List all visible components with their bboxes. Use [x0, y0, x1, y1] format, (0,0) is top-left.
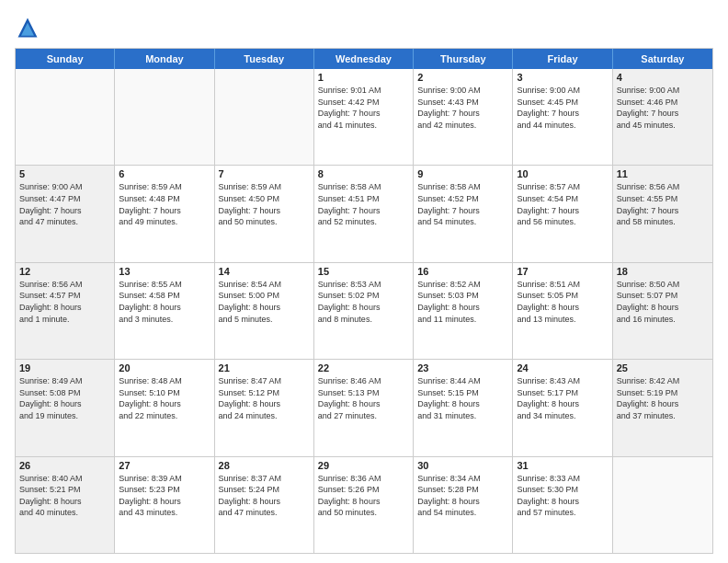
day-number: 11 [617, 168, 709, 179]
day-cell-22: 22Sunrise: 8:46 AMSunset: 5:13 PMDayligh… [314, 360, 414, 455]
day-number: 29 [318, 460, 409, 471]
day-cell-5: 5Sunrise: 9:00 AMSunset: 4:47 PMDaylight… [16, 166, 115, 261]
day-cell-28: 28Sunrise: 8:37 AMSunset: 5:24 PMDayligh… [215, 457, 314, 553]
day-cell-2: 2Sunrise: 9:00 AMSunset: 4:43 PMDaylight… [414, 69, 513, 165]
day-info: Sunrise: 8:58 AMSunset: 4:52 PMDaylight:… [417, 181, 508, 227]
day-cell-24: 24Sunrise: 8:43 AMSunset: 5:17 PMDayligh… [513, 360, 612, 455]
day-info: Sunrise: 8:44 AMSunset: 5:15 PMDaylight:… [417, 375, 508, 421]
day-number: 5 [19, 168, 110, 179]
day-cell-31: 31Sunrise: 8:33 AMSunset: 5:30 PMDayligh… [513, 457, 612, 553]
day-info: Sunrise: 8:40 AMSunset: 5:21 PMDaylight:… [19, 473, 110, 519]
day-info: Sunrise: 8:52 AMSunset: 5:03 PMDaylight:… [417, 279, 508, 325]
day-info: Sunrise: 9:01 AMSunset: 4:42 PMDaylight:… [318, 85, 409, 131]
day-cell-9: 9Sunrise: 8:58 AMSunset: 4:52 PMDaylight… [414, 166, 513, 261]
weekday-header-tuesday: Tuesday [215, 49, 314, 69]
weekday-header-sunday: Sunday [16, 49, 115, 69]
cal-week-row: 19Sunrise: 8:49 AMSunset: 5:08 PMDayligh… [16, 360, 712, 456]
day-info: Sunrise: 9:00 AMSunset: 4:43 PMDaylight:… [417, 85, 508, 131]
day-cell-7: 7Sunrise: 8:59 AMSunset: 4:50 PMDaylight… [215, 166, 314, 261]
day-number: 17 [517, 266, 608, 277]
header [15, 15, 713, 40]
weekday-header-saturday: Saturday [613, 49, 712, 69]
day-number: 10 [517, 168, 608, 179]
day-info: Sunrise: 8:55 AMSunset: 4:58 PMDaylight:… [119, 279, 210, 325]
day-number: 25 [617, 362, 709, 373]
day-number: 9 [417, 168, 508, 179]
day-number: 2 [417, 72, 508, 83]
empty-cell [115, 69, 214, 165]
day-number: 7 [219, 168, 310, 179]
day-number: 12 [19, 266, 110, 277]
day-info: Sunrise: 8:49 AMSunset: 5:08 PMDaylight:… [19, 375, 110, 421]
day-number: 18 [617, 266, 709, 277]
day-info: Sunrise: 8:47 AMSunset: 5:12 PMDaylight:… [219, 375, 310, 421]
day-cell-14: 14Sunrise: 8:54 AMSunset: 5:00 PMDayligh… [215, 263, 314, 359]
empty-cell [215, 69, 314, 165]
cal-week-row: 1Sunrise: 9:01 AMSunset: 4:42 PMDaylight… [16, 69, 712, 166]
day-number: 31 [517, 460, 608, 471]
empty-cell [16, 69, 115, 165]
day-info: Sunrise: 8:51 AMSunset: 5:05 PMDaylight:… [517, 279, 608, 325]
day-cell-21: 21Sunrise: 8:47 AMSunset: 5:12 PMDayligh… [215, 360, 314, 455]
day-info: Sunrise: 8:42 AMSunset: 5:19 PMDaylight:… [617, 375, 709, 421]
weekday-header-wednesday: Wednesday [314, 49, 414, 69]
day-info: Sunrise: 9:00 AMSunset: 4:47 PMDaylight:… [19, 181, 110, 227]
day-info: Sunrise: 8:58 AMSunset: 4:51 PMDaylight:… [318, 181, 409, 227]
day-cell-12: 12Sunrise: 8:56 AMSunset: 4:57 PMDayligh… [16, 263, 115, 359]
weekday-header-friday: Friday [513, 49, 612, 69]
day-cell-13: 13Sunrise: 8:55 AMSunset: 4:58 PMDayligh… [115, 263, 214, 359]
day-number: 6 [119, 168, 210, 179]
calendar-grid: 1Sunrise: 9:01 AMSunset: 4:42 PMDaylight… [16, 69, 712, 553]
day-number: 20 [119, 362, 210, 373]
day-info: Sunrise: 8:37 AMSunset: 5:24 PMDaylight:… [219, 473, 310, 519]
day-info: Sunrise: 8:57 AMSunset: 4:54 PMDaylight:… [517, 181, 608, 227]
day-info: Sunrise: 8:59 AMSunset: 4:48 PMDaylight:… [119, 181, 210, 227]
day-number: 24 [517, 362, 608, 373]
calendar-wrapper: SundayMondayTuesdayWednesdayThursdayFrid… [15, 48, 713, 554]
logo-icon [15, 15, 40, 40]
day-number: 4 [617, 72, 709, 83]
page: SundayMondayTuesdayWednesdayThursdayFrid… [0, 0, 728, 563]
cal-week-row: 12Sunrise: 8:56 AMSunset: 4:57 PMDayligh… [16, 263, 712, 360]
day-info: Sunrise: 8:54 AMSunset: 5:00 PMDaylight:… [219, 279, 310, 325]
weekday-header-thursday: Thursday [414, 49, 513, 69]
day-cell-4: 4Sunrise: 9:00 AMSunset: 4:46 PMDaylight… [613, 69, 712, 165]
day-info: Sunrise: 9:00 AMSunset: 4:46 PMDaylight:… [617, 85, 709, 131]
calendar-header-row: SundayMondayTuesdayWednesdayThursdayFrid… [16, 49, 712, 69]
day-number: 28 [219, 460, 310, 471]
day-info: Sunrise: 8:43 AMSunset: 5:17 PMDaylight:… [517, 375, 608, 421]
day-number: 23 [417, 362, 508, 373]
day-info: Sunrise: 8:36 AMSunset: 5:26 PMDaylight:… [318, 473, 409, 519]
day-info: Sunrise: 8:59 AMSunset: 4:50 PMDaylight:… [219, 181, 310, 227]
day-number: 15 [318, 266, 409, 277]
day-number: 14 [219, 266, 310, 277]
day-number: 30 [417, 460, 508, 471]
day-cell-10: 10Sunrise: 8:57 AMSunset: 4:54 PMDayligh… [513, 166, 612, 261]
day-cell-20: 20Sunrise: 8:48 AMSunset: 5:10 PMDayligh… [115, 360, 214, 455]
day-cell-17: 17Sunrise: 8:51 AMSunset: 5:05 PMDayligh… [513, 263, 612, 359]
day-cell-8: 8Sunrise: 8:58 AMSunset: 4:51 PMDaylight… [314, 166, 414, 261]
day-cell-25: 25Sunrise: 8:42 AMSunset: 5:19 PMDayligh… [613, 360, 712, 455]
cal-week-row: 26Sunrise: 8:40 AMSunset: 5:21 PMDayligh… [16, 457, 712, 553]
weekday-header-monday: Monday [115, 49, 214, 69]
day-cell-26: 26Sunrise: 8:40 AMSunset: 5:21 PMDayligh… [16, 457, 115, 553]
day-cell-15: 15Sunrise: 8:53 AMSunset: 5:02 PMDayligh… [314, 263, 414, 359]
cal-week-row: 5Sunrise: 9:00 AMSunset: 4:47 PMDaylight… [16, 166, 712, 262]
day-number: 1 [318, 72, 409, 83]
day-info: Sunrise: 8:56 AMSunset: 4:55 PMDaylight:… [617, 181, 709, 227]
day-info: Sunrise: 8:50 AMSunset: 5:07 PMDaylight:… [617, 279, 709, 325]
day-number: 16 [417, 266, 508, 277]
day-cell-29: 29Sunrise: 8:36 AMSunset: 5:26 PMDayligh… [314, 457, 414, 553]
day-number: 22 [318, 362, 409, 373]
day-info: Sunrise: 8:46 AMSunset: 5:13 PMDaylight:… [318, 375, 409, 421]
day-number: 13 [119, 266, 210, 277]
day-cell-19: 19Sunrise: 8:49 AMSunset: 5:08 PMDayligh… [16, 360, 115, 455]
day-cell-16: 16Sunrise: 8:52 AMSunset: 5:03 PMDayligh… [414, 263, 513, 359]
day-info: Sunrise: 8:53 AMSunset: 5:02 PMDaylight:… [318, 279, 409, 325]
day-cell-6: 6Sunrise: 8:59 AMSunset: 4:48 PMDaylight… [115, 166, 214, 261]
empty-cell [613, 457, 712, 553]
day-info: Sunrise: 8:48 AMSunset: 5:10 PMDaylight:… [119, 375, 210, 421]
day-number: 8 [318, 168, 409, 179]
day-number: 26 [19, 460, 110, 471]
day-info: Sunrise: 8:39 AMSunset: 5:23 PMDaylight:… [119, 473, 210, 519]
